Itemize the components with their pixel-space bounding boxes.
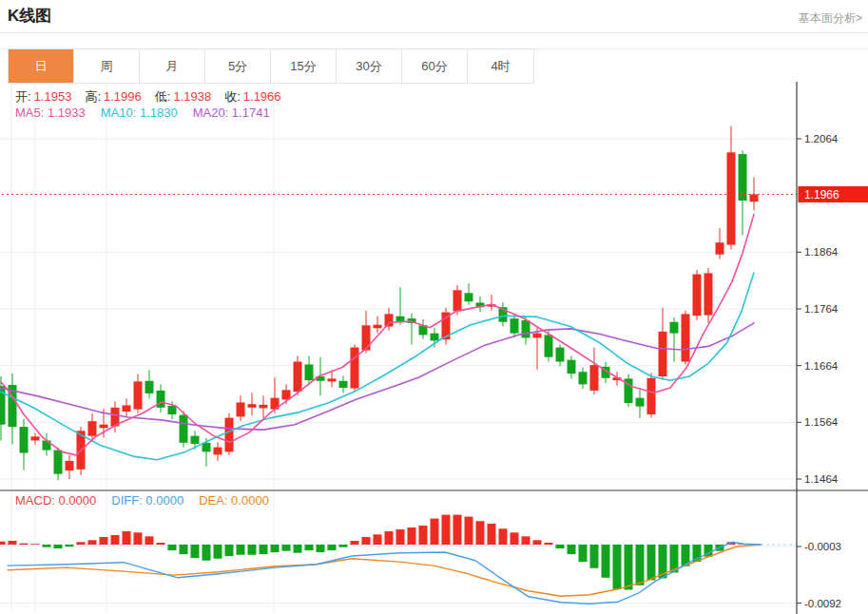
macd-histogram-bar	[419, 526, 428, 545]
macd-histogram-bar	[385, 531, 394, 545]
macd-histogram-bar	[328, 545, 337, 550]
macd-histogram-bar	[214, 545, 222, 559]
timeframe-tabbar: 日周月5分15分30分60分4时	[8, 48, 534, 84]
macd-histogram-bar	[579, 545, 588, 562]
current-price-badge-label: 1.1966	[804, 188, 839, 201]
ohlc-legend-low: 低:1.1938	[155, 89, 224, 104]
macd-histogram-bar	[647, 545, 656, 580]
tab-timeframe-5[interactable]: 30分	[337, 49, 402, 83]
candle-body	[362, 325, 371, 350]
macd-legend: MACD: 0.0000DIFF: 0.0000DEA: 0.0000	[15, 493, 284, 508]
tab-timeframe-3[interactable]: 5分	[205, 49, 271, 83]
candle-body	[465, 293, 473, 301]
macd-histogram-bar	[453, 515, 462, 545]
macd-legend-dea: DEA: 0.0000	[199, 493, 269, 508]
macd-histogram-bar	[476, 521, 485, 545]
ohlc-legend: 开:1.1953高:1.1996低:1.1938收:1.1966	[15, 88, 295, 106]
macd-histogram-bar	[260, 545, 268, 554]
candle-body	[739, 154, 747, 201]
candle-body	[66, 461, 74, 470]
macd-histogram-bar	[613, 545, 622, 589]
candle-body	[704, 273, 713, 315]
macd-histogram-bar	[533, 540, 542, 545]
macd-histogram-bar	[499, 528, 508, 545]
macd-histogram-bar	[396, 529, 405, 545]
candle-body	[180, 415, 188, 443]
macd-histogram-bar	[294, 545, 302, 553]
candle-body	[716, 242, 724, 255]
ma-legend-ma20: MA20: 1.1741	[193, 106, 270, 120]
macd-histogram-bar	[134, 532, 143, 545]
macd-histogram-bar	[408, 528, 416, 545]
tab-timeframe-1[interactable]: 周	[74, 49, 140, 83]
ma-legend: MA5: 1.1933MA10: 1.1830MA20: 1.1741	[15, 106, 285, 120]
fundamental-analysis-link[interactable]: 基本面分析>	[799, 10, 862, 27]
macd-histogram-bar	[180, 545, 188, 554]
price-tick-label: 1.1764	[804, 303, 839, 315]
macd-histogram-bar	[43, 545, 51, 547]
macd-histogram-bar	[351, 541, 359, 545]
macd-histogram-bar	[488, 524, 496, 545]
kline-app: 1.20641.18641.17641.16641.15641.1464-0.0…	[0, 0, 868, 614]
tab-timeframe-6[interactable]: 60分	[402, 49, 468, 83]
macd-histogram-bar	[100, 537, 108, 545]
tab-timeframe-2[interactable]: 月	[140, 49, 205, 83]
macd-histogram-bar	[339, 545, 348, 547]
macd-tick-label: -0.0003	[804, 541, 841, 552]
tab-timeframe-7[interactable]: 4时	[468, 49, 533, 83]
macd-histogram-bar	[31, 544, 40, 545]
macd-histogram-bar	[157, 543, 165, 545]
macd-histogram-bar	[191, 545, 200, 558]
macd-histogram-bar	[203, 545, 211, 561]
tab-timeframe-4[interactable]: 15分	[271, 49, 337, 83]
macd-legend-macd: MACD: 0.0000	[15, 493, 96, 508]
macd-histogram-bar	[168, 545, 177, 550]
macd-histogram-bar	[0, 542, 6, 545]
candle-body	[351, 348, 359, 389]
candle-body	[54, 451, 63, 474]
macd-histogram-bar	[305, 545, 314, 550]
price-tick-label: 1.1464	[804, 473, 839, 485]
candle-body	[134, 381, 143, 409]
ma-legend-ma5: MA5: 1.1933	[15, 106, 86, 120]
tab-timeframe-0[interactable]: 日	[9, 49, 74, 83]
macd-histogram-bar	[54, 545, 63, 548]
candle-body	[533, 334, 542, 338]
candle-body	[191, 436, 200, 444]
candle-body	[88, 421, 97, 436]
candle-body	[636, 398, 645, 407]
ma-legend-ma10: MA10: 1.1830	[101, 106, 178, 120]
macd-histogram-bar	[442, 515, 451, 545]
ohlc-legend-open: 开:1.1953	[15, 89, 85, 104]
macd-histogram-bar	[602, 545, 610, 578]
candle-body	[260, 405, 268, 409]
macd-histogram-bar	[66, 545, 74, 547]
candle-body	[545, 335, 553, 356]
price-tick-label: 1.2064	[804, 133, 839, 144]
ohlc-legend-high: 高:1.1996	[85, 89, 154, 104]
macd-histogram-bar	[511, 532, 519, 545]
candle-body	[20, 427, 29, 452]
macd-histogram-bar	[111, 535, 120, 545]
macd-histogram-bar	[545, 543, 553, 545]
macd-tick-label: -0.0092	[804, 598, 841, 609]
candle-body	[294, 361, 302, 392]
candle-body	[670, 322, 679, 334]
candle-body	[579, 372, 588, 384]
candle-body	[682, 314, 690, 361]
page-title: K线图	[8, 5, 51, 27]
candle-body	[693, 275, 702, 317]
candle-body	[328, 378, 337, 381]
candle-body	[590, 365, 599, 391]
candle-body	[237, 402, 245, 416]
candle-body	[659, 332, 667, 376]
macd-histogram-bar	[88, 540, 97, 545]
macd-histogram-bar	[123, 531, 131, 545]
title-divider	[0, 32, 868, 33]
macd-histogram-bar	[636, 545, 645, 585]
candle-body	[214, 448, 222, 455]
macd-histogram-bar	[431, 519, 439, 545]
candle-body	[727, 152, 736, 244]
candle-body	[431, 334, 439, 341]
candle-body	[168, 406, 177, 414]
